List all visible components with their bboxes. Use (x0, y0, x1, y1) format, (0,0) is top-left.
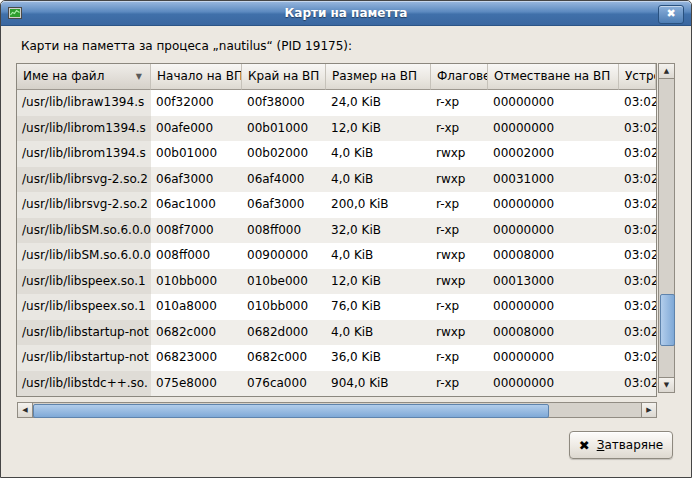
column-header-filename[interactable]: Име на файл ▼ (17, 64, 151, 90)
cell-flags: r-xp (431, 116, 488, 142)
cell-filename: /usr/lib/libstartup-not (17, 345, 151, 371)
cell-flags: r-xp (431, 218, 488, 244)
cell-vm-size: 12,0 KiB (326, 116, 431, 142)
cell-filename: /usr/lib/libraw1394.s (17, 90, 151, 116)
cell-vm-offset: 00000000 (488, 345, 619, 371)
column-header-flags[interactable]: Флагове (431, 64, 488, 90)
cell-vm-start: 06ac1000 (151, 192, 242, 218)
table-row[interactable]: /usr/lib/librsvg-2.so.2 06ac1000 06af300… (17, 192, 656, 218)
cell-vm-size: 36,0 KiB (326, 345, 431, 371)
cell-vm-end: 076ca000 (242, 371, 326, 397)
cell-vm-start: 00b01000 (151, 141, 242, 167)
cell-device: 03:02 (619, 243, 656, 269)
column-header-device[interactable]: Устройство (619, 64, 656, 90)
cell-filename: /usr/lib/libSM.so.6.0.0 (17, 218, 151, 244)
cell-vm-start: 00afe000 (151, 116, 242, 142)
cell-vm-offset: 00000000 (488, 192, 619, 218)
cell-device: 03:02 (619, 371, 656, 397)
window-close-icon[interactable]: ✖ (658, 5, 684, 24)
table-row[interactable]: /usr/lib/librom1394.s 00b01000 00b02000 … (17, 141, 656, 167)
cell-vm-end: 010be000 (242, 269, 326, 295)
memory-maps-table: Име на файл ▼ Начало на ВП Край на ВП Ра… (16, 63, 657, 397)
table-row[interactable]: /usr/lib/libspeex.so.1 010bb000 010be000… (17, 269, 656, 295)
cell-vm-end: 008ff000 (242, 218, 326, 244)
cell-filename: /usr/lib/libstdc++.so. (17, 371, 151, 397)
cell-vm-end: 06af4000 (242, 167, 326, 193)
vertical-scrollbar-thumb[interactable] (660, 294, 675, 346)
table-row[interactable]: /usr/lib/libraw1394.s 00f32000 00f38000 … (17, 90, 656, 116)
process-heading: Карти на паметта за процеса „nautilus“ (… (21, 39, 352, 53)
cell-vm-size: 76,0 KiB (326, 294, 431, 320)
cell-vm-start: 010bb000 (151, 269, 242, 295)
cell-device: 03:02 (619, 167, 656, 193)
table-row[interactable]: /usr/lib/librom1394.s 00afe000 00b01000 … (17, 116, 656, 142)
cell-flags: r-xp (431, 345, 488, 371)
table-row[interactable]: /usr/lib/librsvg-2.so.2 06af3000 06af400… (17, 167, 656, 193)
cell-device: 03:02 (619, 218, 656, 244)
scroll-up-icon[interactable]: ▲ (658, 63, 675, 79)
horizontal-scrollbar-thumb[interactable] (33, 404, 549, 418)
cell-device: 03:02 (619, 116, 656, 142)
cell-device: 03:02 (619, 320, 656, 346)
horizontal-scrollbar[interactable]: ◀ ▶ (17, 402, 657, 418)
cell-vm-offset: 00002000 (488, 141, 619, 167)
cell-vm-start: 00f32000 (151, 90, 242, 116)
cell-vm-start: 06823000 (151, 345, 242, 371)
cell-vm-start: 06af3000 (151, 167, 242, 193)
cell-filename: /usr/lib/librsvg-2.so.2 (17, 192, 151, 218)
scroll-down-icon[interactable]: ▼ (658, 377, 675, 393)
table-row[interactable]: /usr/lib/libSM.so.6.0.0 008ff000 0090000… (17, 243, 656, 269)
cell-vm-offset: 00000000 (488, 371, 619, 397)
cell-flags: rwxp (431, 243, 488, 269)
cell-filename: /usr/lib/librom1394.s (17, 141, 151, 167)
cell-filename: /usr/lib/libspeex.so.1 (17, 294, 151, 320)
column-header-vm-end[interactable]: Край на ВП (242, 64, 326, 90)
cell-vm-start: 008f7000 (151, 218, 242, 244)
cell-filename: /usr/lib/librom1394.s (17, 116, 151, 142)
column-header-vm-offset[interactable]: Отместване на ВП (488, 64, 619, 90)
cell-flags: rwxp (431, 269, 488, 295)
close-button-label: Затваряне (597, 438, 664, 452)
table-row[interactable]: /usr/lib/libSM.so.6.0.0 008f7000 008ff00… (17, 218, 656, 244)
window-title: Карти на паметта (1, 1, 691, 25)
scroll-right-icon[interactable]: ▶ (641, 402, 657, 418)
cell-vm-end: 0682d000 (242, 320, 326, 346)
scroll-left-icon[interactable]: ◀ (17, 402, 33, 418)
cell-filename: /usr/lib/libspeex.so.1 (17, 269, 151, 295)
cell-vm-end: 06af3000 (242, 192, 326, 218)
column-header-vm-size[interactable]: Размер на ВП (326, 64, 431, 90)
table-row[interactable]: /usr/lib/libstdc++.so. 075e8000 076ca000… (17, 371, 656, 397)
memory-maps-dialog: Карти на паметта ✖ Карти на паметта за п… (0, 0, 692, 478)
cell-flags: rwxp (431, 320, 488, 346)
cell-vm-offset: 00000000 (488, 90, 619, 116)
cell-vm-offset: 00031000 (488, 167, 619, 193)
cell-vm-size: 32,0 KiB (326, 218, 431, 244)
cell-vm-end: 0682c000 (242, 345, 326, 371)
table-row[interactable]: /usr/lib/libspeex.so.1 010a8000 010bb000… (17, 294, 656, 320)
cell-vm-offset: 00000000 (488, 294, 619, 320)
cell-vm-offset: 00008000 (488, 243, 619, 269)
cell-vm-end: 00f38000 (242, 90, 326, 116)
titlebar[interactable]: Карти на паметта ✖ (1, 1, 691, 26)
cell-vm-offset: 00000000 (488, 116, 619, 142)
cell-device: 03:02 (619, 141, 656, 167)
cell-vm-end: 010bb000 (242, 294, 326, 320)
cell-device: 03:02 (619, 269, 656, 295)
cell-vm-end: 00900000 (242, 243, 326, 269)
table-row[interactable]: /usr/lib/libstartup-not 06823000 0682c00… (17, 345, 656, 371)
table-row[interactable]: /usr/lib/libstartup-not 0682c000 0682d00… (17, 320, 656, 346)
cell-vm-size: 12,0 KiB (326, 269, 431, 295)
close-button[interactable]: ✖ Затваряне (569, 431, 673, 459)
column-header-vm-start[interactable]: Начало на ВП (151, 64, 242, 90)
cell-device: 03:02 (619, 192, 656, 218)
cell-vm-start: 010a8000 (151, 294, 242, 320)
cell-vm-start: 0682c000 (151, 320, 242, 346)
cell-vm-size: 904,0 KiB (326, 371, 431, 397)
sort-descending-icon: ▼ (136, 64, 142, 89)
vertical-scrollbar[interactable]: ▲ ▼ (658, 63, 675, 393)
cell-vm-start: 075e8000 (151, 371, 242, 397)
cell-device: 03:02 (619, 294, 656, 320)
cell-vm-offset: 00008000 (488, 320, 619, 346)
cell-vm-offset: 00000000 (488, 218, 619, 244)
cell-flags: r-xp (431, 90, 488, 116)
